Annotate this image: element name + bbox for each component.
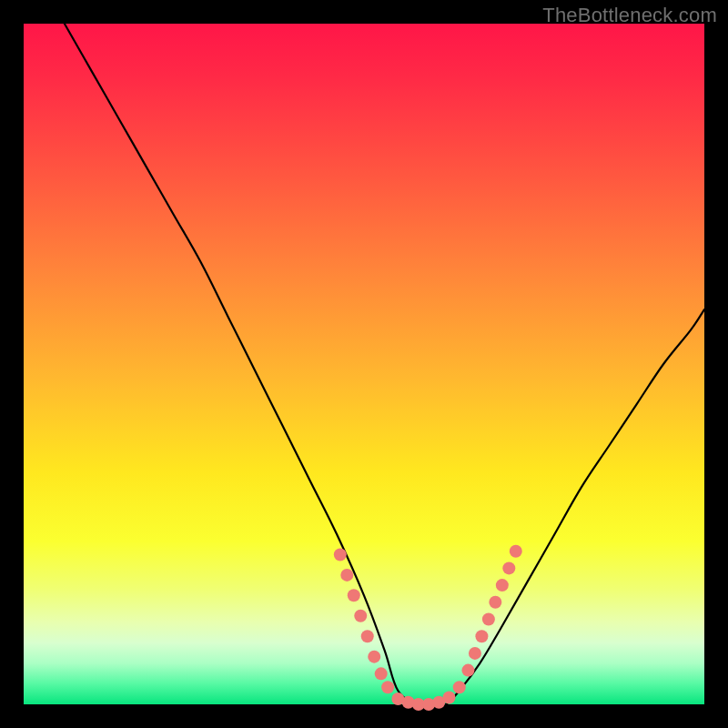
highlight-dot xyxy=(453,681,466,693)
highlight-dot xyxy=(482,613,495,626)
highlight-dot xyxy=(475,630,488,642)
highlight-dot xyxy=(334,548,347,561)
highlight-dot xyxy=(489,596,501,609)
highlight-dot xyxy=(375,667,388,680)
highlight-dot xyxy=(368,651,380,663)
highlight-dots-group xyxy=(334,545,522,711)
highlight-dot xyxy=(354,610,367,622)
watermark-text: TheBottleneck.com xyxy=(542,4,717,27)
highlight-dot xyxy=(510,545,522,558)
chart-frame: TheBottleneck.com xyxy=(0,0,728,728)
curve-layer xyxy=(24,24,704,704)
highlight-dot xyxy=(381,681,394,693)
highlight-dot xyxy=(496,579,509,592)
highlight-dot xyxy=(443,692,456,704)
plot-area xyxy=(24,24,704,704)
highlight-dot xyxy=(502,561,515,574)
highlight-dot xyxy=(469,647,481,660)
bottleneck-curve xyxy=(65,24,704,705)
highlight-dot xyxy=(340,569,353,581)
highlight-dot xyxy=(348,589,360,602)
highlight-dot xyxy=(361,630,374,642)
highlight-dot xyxy=(461,664,474,677)
